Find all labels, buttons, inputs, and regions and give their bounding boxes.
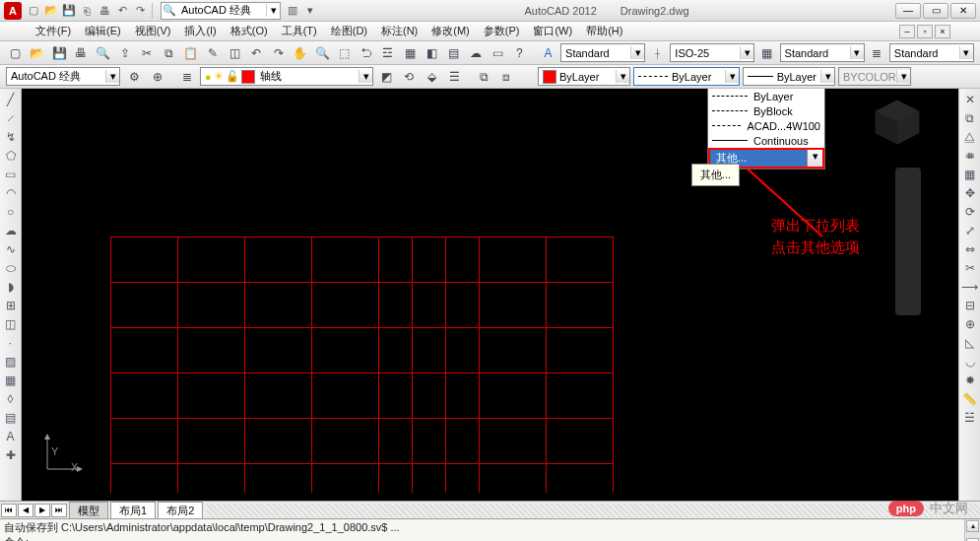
menu-draw[interactable]: 绘图(D)	[325, 22, 373, 40]
mlstyle-icon[interactable]: ≣	[868, 43, 886, 63]
match-icon[interactable]: ✎	[203, 43, 222, 63]
doc-minimize-button[interactable]: –	[899, 25, 915, 38]
dimstyle-combo[interactable]: ISO-25▾	[670, 43, 754, 62]
point-icon[interactable]: ·	[2, 334, 20, 351]
search-box[interactable]: 🔍 AutoCAD 经典 ▾	[161, 2, 281, 20]
new-icon[interactable]: ▢	[26, 3, 41, 19]
polygon-icon[interactable]: ⬠	[2, 147, 20, 164]
layer-combo[interactable]: ● ☀ 🔓 轴线 ▾	[200, 67, 373, 86]
menu-help[interactable]: 帮助(H)	[580, 22, 628, 40]
linetype-option[interactable]: ByBlock	[708, 103, 824, 118]
hatch-icon[interactable]: ▨	[2, 353, 20, 370]
chevron-down-icon[interactable]: ▾	[820, 70, 834, 83]
layer-state-icon[interactable]: ☰	[444, 67, 464, 87]
doc-restore-button[interactable]: ▫	[917, 25, 933, 38]
rotate-icon[interactable]: ⟳	[961, 203, 979, 220]
layer-props-icon[interactable]: ≣	[177, 67, 197, 87]
region-icon[interactable]: ◊	[2, 390, 20, 407]
plot-icon[interactable]: 🖶	[97, 3, 112, 19]
drawing-canvas[interactable]: Y X ByLayer ByBlock ACAD...4W100 Continu…	[22, 89, 958, 501]
layer-iso-icon[interactable]: ◩	[376, 67, 396, 87]
pan-icon[interactable]: ✋	[291, 43, 309, 63]
circle-icon[interactable]: ○	[2, 203, 20, 220]
dimstyle-icon[interactable]: ⟊	[648, 43, 667, 63]
mlstyle-combo[interactable]: Standard▾	[889, 43, 974, 62]
copy-icon[interactable]: ⧉	[160, 43, 178, 63]
close-button[interactable]: ✕	[950, 3, 976, 19]
spline-icon[interactable]: ∿	[2, 240, 20, 257]
open-icon[interactable]: 📂	[43, 3, 59, 19]
tab-prev-icon[interactable]: ◀	[18, 504, 33, 517]
markup-icon[interactable]: ☁	[466, 43, 485, 63]
viewcube[interactable]	[870, 95, 925, 150]
minimize-button[interactable]: —	[895, 3, 921, 19]
command-scrollbar[interactable]: ▴ ▾	[964, 519, 980, 541]
chevron-down-icon[interactable]: ▾	[266, 4, 280, 17]
workspace-combo[interactable]: AutoCAD 经典▾	[6, 67, 120, 86]
plotstyle-combo[interactable]: BYCOLOR▾	[838, 67, 911, 86]
cut-icon[interactable]: ✂	[138, 43, 157, 63]
tab-last-icon[interactable]: ⏭	[51, 504, 67, 517]
ssm-icon[interactable]: ▤	[444, 43, 463, 63]
scale-icon[interactable]: ⤢	[961, 222, 979, 238]
pline-icon[interactable]: ↯	[2, 128, 20, 145]
linetype-combo[interactable]: ByLayer ▾	[633, 67, 740, 86]
insert-icon[interactable]: ⊞	[2, 297, 20, 313]
addsel-icon[interactable]: ✚	[2, 446, 20, 463]
chevron-down-icon[interactable]: ▾	[105, 70, 119, 83]
xline-icon[interactable]: ⟋	[2, 109, 20, 126]
chamfer-icon[interactable]: ◺	[961, 334, 979, 351]
menu-dimension[interactable]: 标注(N)	[375, 22, 424, 40]
chevron-down-icon[interactable]: ▾	[807, 150, 822, 167]
linetype-option[interactable]: ByLayer	[708, 89, 824, 103]
linetype-dropdown[interactable]: ByLayer ByBlock ACAD...4W100 Continuous …	[707, 89, 825, 169]
publish-icon[interactable]: ⇪	[115, 43, 134, 63]
textstyle-icon[interactable]: A	[539, 43, 557, 63]
extend-icon[interactable]: ⟶	[961, 278, 979, 295]
menu-tools[interactable]: 工具(T)	[276, 22, 323, 40]
move-icon[interactable]: ✥	[961, 184, 979, 201]
line-icon[interactable]: ╱	[2, 91, 20, 107]
zoom-win-icon[interactable]: ⬚	[335, 43, 354, 63]
qat-extra-icon[interactable]: ▥	[285, 3, 300, 19]
color-combo[interactable]: ByLayer ▾	[538, 67, 630, 86]
menu-file[interactable]: 文件(F)	[30, 22, 77, 40]
qat-dropdown-icon[interactable]: ▾	[302, 3, 318, 19]
trim-icon[interactable]: ✂	[961, 259, 979, 276]
chevron-down-icon[interactable]: ▾	[850, 46, 864, 59]
saveas-icon[interactable]: ⎗	[79, 3, 95, 19]
menu-view[interactable]: 视图(V)	[129, 22, 177, 40]
block-icon[interactable]: ◫	[226, 43, 244, 63]
dc-icon[interactable]: ▦	[401, 43, 420, 63]
tab-layout1[interactable]: 布局1	[110, 502, 156, 519]
array-icon[interactable]: ▦	[961, 166, 979, 182]
offset-icon[interactable]: ⩩	[961, 147, 979, 164]
lineweight-combo[interactable]: ByLayer ▾	[743, 67, 835, 86]
zoom-prev-icon[interactable]: ⮌	[357, 43, 375, 63]
menu-insert[interactable]: 插入(I)	[178, 22, 222, 40]
tab-next-icon[interactable]: ▶	[34, 504, 50, 517]
mirror-icon[interactable]: ⧋	[961, 128, 979, 145]
chevron-down-icon[interactable]: ▾	[896, 70, 910, 83]
break-icon[interactable]: ⊟	[961, 297, 979, 313]
preview-icon[interactable]: 🔍	[94, 43, 112, 63]
save-icon[interactable]: 💾	[61, 3, 77, 19]
tablestyle-icon[interactable]: ▦	[757, 43, 776, 63]
open-doc-icon[interactable]: 📂	[28, 43, 46, 63]
join-icon[interactable]: ⊕	[961, 315, 979, 332]
redo2-icon[interactable]: ↷	[269, 43, 288, 63]
chevron-down-icon[interactable]: ▾	[725, 70, 739, 83]
fillet-icon[interactable]: ◡	[961, 353, 979, 370]
print-icon[interactable]: 🖶	[72, 43, 91, 63]
erase-icon[interactable]: ✕	[961, 91, 979, 107]
ws-settings-icon[interactable]: ⚙	[124, 67, 144, 87]
stretch-icon[interactable]: ⇔	[961, 240, 979, 257]
undo-icon[interactable]: ↶	[114, 3, 130, 19]
qcalc-icon[interactable]: ▭	[489, 43, 507, 63]
align-icon[interactable]: ☱	[961, 409, 979, 426]
chevron-down-icon[interactable]: ▾	[630, 46, 644, 59]
menu-format[interactable]: 格式(O)	[225, 22, 274, 40]
command-line[interactable]: 自动保存到 C:\Users\Administrator\appdata\loc…	[0, 518, 980, 541]
revcloud-icon[interactable]: ☁	[2, 222, 20, 238]
chevron-down-icon[interactable]: ▾	[359, 70, 372, 83]
